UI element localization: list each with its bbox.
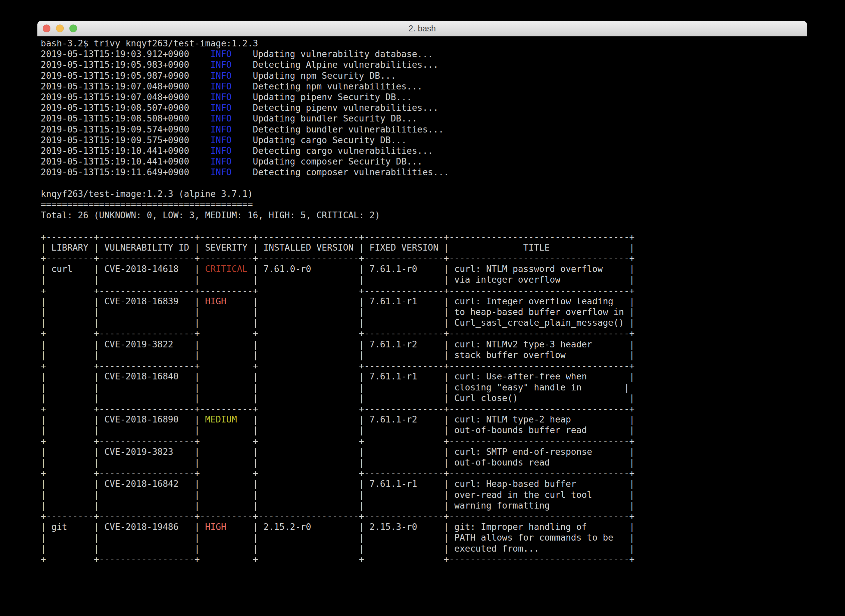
traffic-lights (43, 25, 77, 32)
terminal-output: bash-3.2$ trivy knqyf263/test-image:1.2.… (41, 38, 807, 565)
window-titlebar[interactable]: 2. bash (37, 21, 807, 37)
terminal-window: 2. bash bash-3.2$ trivy knqyf263/test-im… (37, 21, 807, 605)
window-title: 2. bash (408, 24, 436, 33)
close-button[interactable] (43, 25, 50, 32)
zoom-button[interactable] (69, 25, 77, 32)
minimize-button[interactable] (56, 25, 64, 32)
desktop-background: 2. bash bash-3.2$ trivy knqyf263/test-im… (0, 0, 845, 616)
terminal-screen[interactable]: bash-3.2$ trivy knqyf263/test-image:1.2.… (37, 37, 807, 605)
